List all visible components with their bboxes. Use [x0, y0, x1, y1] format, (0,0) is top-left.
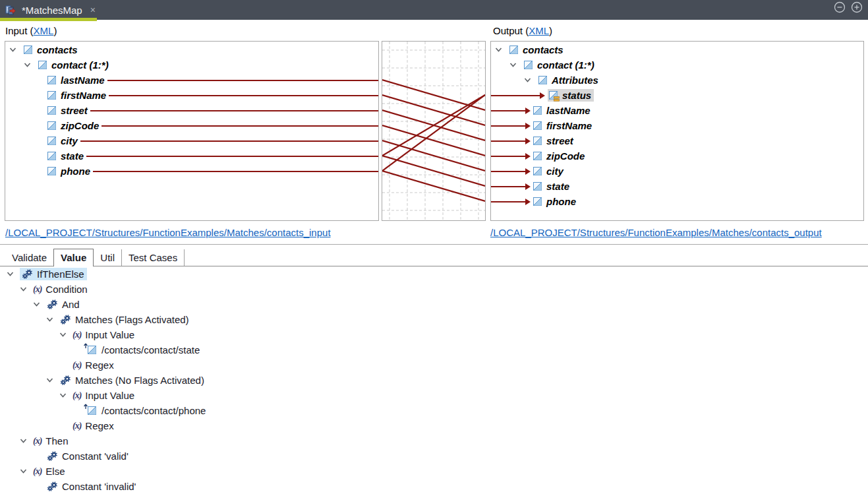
fx-icon: (x) — [72, 360, 81, 371]
fx-icon: (x) — [72, 421, 81, 431]
function-tree-item-ifthenelse[interactable]: IfThenElse — [0, 266, 868, 282]
input-tree-item-phone[interactable]: phone — [5, 164, 378, 179]
tree-item-label: Else — [45, 466, 65, 477]
chevron-down-icon[interactable] — [7, 272, 20, 276]
output-structure-path-link[interactable]: /LOCAL_PROJECT/Structures/FunctionExampl… — [490, 227, 822, 238]
function-tree-item-matches-no-flags-activated[interactable]: Matches (No Flags Activated) — [0, 373, 868, 388]
output-tree-item-state[interactable]: state — [491, 179, 863, 194]
element-icon — [47, 137, 56, 145]
tree-item-label: lastName — [546, 105, 591, 116]
mapping-connector-line — [86, 156, 378, 157]
output-tree-item-city[interactable]: city — [491, 164, 863, 179]
tab-close-icon[interactable]: × — [90, 5, 96, 15]
tab-util[interactable]: Util — [94, 249, 122, 266]
input-tree-item-city[interactable]: city — [5, 133, 378, 148]
fx-icon: (x) — [72, 330, 81, 340]
output-xml-link[interactable]: XML — [529, 25, 549, 36]
chevron-down-icon[interactable] — [33, 302, 46, 307]
function-tree-item-constant-invalid[interactable]: Constant 'invalid' — [0, 479, 868, 494]
tree-item-label: city — [546, 166, 564, 177]
tree-item-label: Regex — [85, 359, 113, 371]
tree-item-label: zipCode — [546, 150, 585, 162]
function-tree-item-else[interactable]: (x)Else — [0, 464, 868, 479]
element-icon — [533, 137, 542, 145]
tab-test-cases[interactable]: Test Cases — [122, 249, 185, 266]
chevron-down-icon[interactable] — [509, 63, 524, 67]
element-icon — [533, 152, 542, 160]
function-tree-item-input-value[interactable]: (x)Input Value — [0, 327, 868, 342]
tree-item-label: Input Value — [85, 329, 134, 340]
output-tree-item-lastname[interactable]: lastName — [491, 103, 863, 118]
tree-item-label: Matches (No Flags Activated) — [75, 375, 204, 386]
element-icon — [538, 76, 547, 84]
mapping-connector-line — [80, 140, 378, 142]
chevron-down-icon[interactable] — [9, 47, 24, 52]
output-tree-panel: contactscontact (1:*)Attributesstatuslas… — [490, 41, 864, 221]
input-tree-item-street[interactable]: street — [5, 103, 378, 118]
tree-item-label: contacts — [523, 44, 564, 55]
expand-icon[interactable] — [851, 1, 863, 13]
chevron-down-icon[interactable] — [524, 78, 538, 82]
output-tree-item-status[interactable]: status — [491, 88, 863, 103]
element-icon — [47, 91, 56, 100]
element-icon — [533, 167, 542, 175]
output-tree-item-contact-1[interactable]: contact (1:*) — [491, 57, 863, 73]
mapping-connector-line — [109, 95, 378, 96]
input-tree-item-contacts[interactable]: contacts — [5, 42, 378, 57]
function-tree-item-regex[interactable]: (x)Regex — [0, 418, 868, 433]
tree-item-label: firstName — [546, 120, 592, 131]
chevron-down-icon[interactable] — [495, 47, 509, 52]
input-tree-item-zipcode[interactable]: zipCode — [5, 118, 378, 133]
function-tree-item-matches-flags-activated[interactable]: Matches (Flags Activated) — [0, 312, 868, 327]
input-xml-link[interactable]: XML — [34, 25, 54, 36]
tab-value[interactable]: Value — [53, 249, 94, 266]
chevron-down-icon[interactable] — [24, 63, 38, 67]
tree-item-label: phone — [546, 196, 576, 207]
mapping-arrow — [491, 201, 525, 202]
output-tree-item-phone[interactable]: phone — [491, 194, 863, 209]
mapping-arrow — [491, 186, 525, 187]
input-tree-item-firstname[interactable]: firstName — [5, 88, 378, 103]
element-icon — [509, 46, 518, 54]
chevron-down-icon[interactable] — [20, 469, 33, 474]
chevron-down-icon[interactable] — [46, 378, 59, 383]
chevron-down-icon[interactable] — [20, 287, 33, 292]
function-tree-item-input-value[interactable]: (x)Input Value — [0, 388, 868, 403]
function-tree-item-contacts-contact-phone[interactable]: /contacts/contact/phone — [0, 403, 868, 418]
tree-item-label: Condition — [45, 284, 87, 295]
tree-item-label: firstName — [61, 90, 106, 101]
function-tree-item-contacts-contact-state[interactable]: /contacts/contact/state — [0, 342, 868, 357]
output-tree-item-contacts[interactable]: contacts — [491, 42, 863, 57]
input-tree-item-state[interactable]: state — [5, 148, 378, 164]
input-structure-path-link[interactable]: /LOCAL_PROJECT/Structures/FunctionExampl… — [5, 227, 331, 238]
mapping-arrow — [491, 140, 525, 142]
mapping-arrow — [491, 95, 540, 96]
tab-validate[interactable]: Validate — [5, 249, 53, 266]
output-tree-item-zipcode[interactable]: zipCode — [491, 148, 863, 164]
fx-icon: (x) — [72, 390, 81, 401]
function-tree-item-then[interactable]: (x)Then — [0, 433, 868, 449]
collapse-icon[interactable] — [834, 1, 846, 13]
output-tree-item-street[interactable]: street — [491, 133, 863, 148]
tree-item-label: status — [562, 90, 591, 101]
fx-icon: (x) — [33, 436, 42, 447]
input-tree-item-contact-1[interactable]: contact (1:*) — [5, 57, 378, 73]
function-tree-item-constant-valid[interactable]: Constant 'valid' — [0, 449, 868, 464]
element-icon — [47, 76, 56, 84]
function-tree-item-and[interactable]: And — [0, 297, 868, 312]
function-tree-item-regex[interactable]: (x)Regex — [0, 357, 868, 373]
chevron-down-icon[interactable] — [46, 317, 59, 322]
tree-item-label: Constant 'invalid' — [62, 481, 136, 492]
function-tree-item-condition[interactable]: (x)Condition — [0, 282, 868, 297]
tree-item-label: lastName — [61, 75, 105, 86]
output-tree-item-attributes[interactable]: Attributes — [491, 73, 863, 88]
output-tree-item-firstname[interactable]: firstName — [491, 118, 863, 133]
mapping-arrow — [491, 125, 525, 127]
chevron-down-icon[interactable] — [59, 332, 72, 337]
input-tree-item-lastname[interactable]: lastName — [5, 73, 378, 88]
selected-highlight: status — [548, 89, 594, 102]
chevron-down-icon[interactable] — [20, 439, 33, 443]
document-tab[interactable]: *MatchesMap × — [0, 0, 102, 20]
element-icon — [47, 167, 56, 175]
chevron-down-icon[interactable] — [59, 393, 72, 398]
